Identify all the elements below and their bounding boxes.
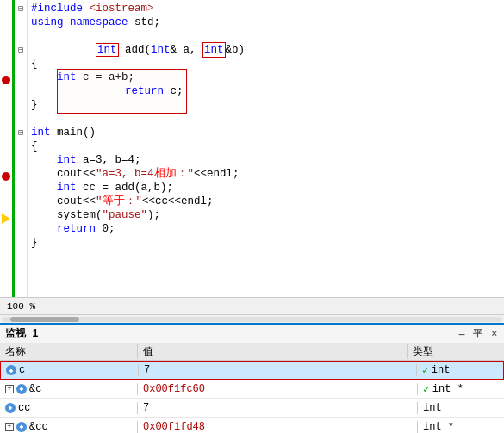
- watch-cell-name-c: ◆ c: [1, 364, 139, 376]
- code-line-18: }: [31, 236, 504, 250]
- watch-type-acc: int *: [423, 421, 454, 433]
- watch-var-cc: cc: [18, 402, 30, 414]
- watch-cell-type-ac: ✓ int *: [418, 382, 504, 396]
- h-scrollbar[interactable]: [0, 314, 504, 323]
- var-icon-cc: ◆: [5, 403, 16, 413]
- watch-header-name: 名称: [0, 344, 138, 359]
- code-line-14: int cc = add(a,b);: [31, 181, 504, 195]
- breakpoint-2: [2, 172, 10, 181]
- code-line-1: #include <iostream>: [31, 2, 504, 15]
- watch-float-button[interactable]: 平: [471, 327, 484, 340]
- watch-row-acc[interactable]: + ◆ &cc 0x00f1fd48 int *: [0, 418, 504, 433]
- watch-cell-val-ac: 0x00f1fc60: [138, 383, 418, 395]
- watch-cell-type-acc: int *: [418, 421, 504, 433]
- watch-var-ac: &c: [29, 383, 41, 395]
- code-line-17: return 0;: [31, 222, 504, 236]
- breakpoint-1: [2, 76, 10, 84]
- zoom-label: 100 %: [7, 301, 35, 312]
- var-icon-c: ◆: [6, 365, 16, 375]
- watch-cell-val-cc: 7: [138, 402, 418, 414]
- fold-3: [15, 29, 27, 43]
- expand-icon-ac[interactable]: +: [5, 385, 14, 393]
- watch-header-value: 值: [138, 344, 408, 359]
- watch-row-c[interactable]: ◆ c 7 ✓ int: [0, 361, 504, 380]
- zoom-control[interactable]: 100 %: [7, 301, 35, 312]
- var-icon-ac: ◆: [16, 384, 27, 394]
- watch-header-type: 类型: [408, 344, 494, 359]
- watch-cell-type-c: ✓ int: [417, 363, 503, 377]
- code-line-8: }: [31, 98, 504, 112]
- status-bar: 100 %: [0, 297, 504, 314]
- fold-1[interactable]: ⊟: [15, 2, 27, 15]
- code-line-11: {: [31, 139, 504, 153]
- watch-row-cc[interactable]: ◆ cc 7 int: [0, 399, 504, 418]
- watch-var-c: c: [19, 364, 25, 376]
- watch-cell-name-cc: ◆ cc: [0, 402, 138, 414]
- watch-title: 监视 1: [5, 326, 38, 341]
- code-line-4: int add(int& a, int&b): [31, 43, 504, 57]
- var-icon-acc: ◆: [16, 422, 27, 432]
- code-line-2: using namespace std;: [31, 15, 504, 29]
- watch-title-actions[interactable]: — 平 ×: [457, 327, 499, 340]
- code-line-12: int a=3, b=4;: [31, 153, 504, 167]
- watch-cell-name-acc: + ◆ &cc: [0, 421, 138, 433]
- watch-panel: 监视 1 — 平 × 名称 值 类型 ◆ c 7 ✓ int: [0, 323, 504, 433]
- watch-table-header: 名称 值 类型: [0, 343, 504, 361]
- code-lines[interactable]: #include <iostream> using namespace std;…: [28, 0, 504, 297]
- check-icon-c: ✓: [422, 363, 429, 377]
- watch-cell-name-ac: + ◆ &c: [0, 383, 138, 395]
- fold-4[interactable]: ⊟: [15, 43, 27, 57]
- editor-area: ⊟ ⊟ ⊟ #include <iostream>: [0, 0, 504, 297]
- check-icon-ac: ✓: [423, 382, 430, 396]
- watch-table: 名称 值 类型 ◆ c 7 ✓ int + ◆ &c 0x00f1fc60: [0, 343, 504, 433]
- scroll-track[interactable]: [2, 317, 502, 322]
- watch-title-bar: 监视 1 — 平 ×: [0, 325, 504, 343]
- scroll-thumb[interactable]: [10, 317, 79, 322]
- code-line-7: return c;: [31, 84, 504, 98]
- watch-type-ac: int *: [432, 383, 464, 395]
- code-line-10: int main(): [31, 126, 504, 139]
- code-line-16: system("pause");: [31, 208, 504, 222]
- fold-5[interactable]: ⊟: [15, 126, 27, 139]
- arrow-indicator: [2, 213, 10, 224]
- watch-cell-val-c: 7: [139, 364, 417, 376]
- fold-2: [15, 15, 27, 29]
- expand-icon-acc[interactable]: +: [5, 423, 14, 431]
- watch-row-ac[interactable]: + ◆ &c 0x00f1fc60 ✓ int *: [0, 380, 504, 399]
- watch-cell-val-acc: 0x00f1fd48: [138, 421, 418, 433]
- watch-type-cc: int: [423, 402, 442, 414]
- watch-cell-type-cc: int: [418, 402, 504, 414]
- code-line-15: cout<<"等于："<<cc<<endl;: [31, 195, 504, 208]
- code-line-9: [31, 112, 504, 126]
- watch-pin-button[interactable]: —: [457, 329, 467, 339]
- watch-close-button[interactable]: ×: [489, 329, 499, 339]
- fold-gutter: ⊟ ⊟ ⊟: [12, 0, 28, 297]
- watch-type-c: int: [432, 364, 451, 376]
- breakpoint-bar: [0, 0, 12, 297]
- code-line-13: cout<<"a=3, b=4相加："<<endl;: [31, 167, 504, 181]
- watch-var-acc: &cc: [29, 421, 48, 433]
